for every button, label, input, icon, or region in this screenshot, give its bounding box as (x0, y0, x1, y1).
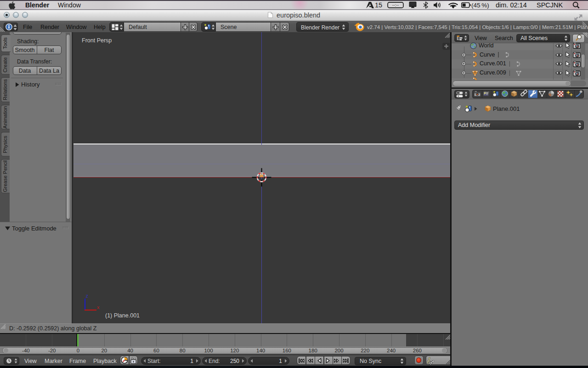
svg-text:--:--: --:-- (392, 3, 399, 7)
